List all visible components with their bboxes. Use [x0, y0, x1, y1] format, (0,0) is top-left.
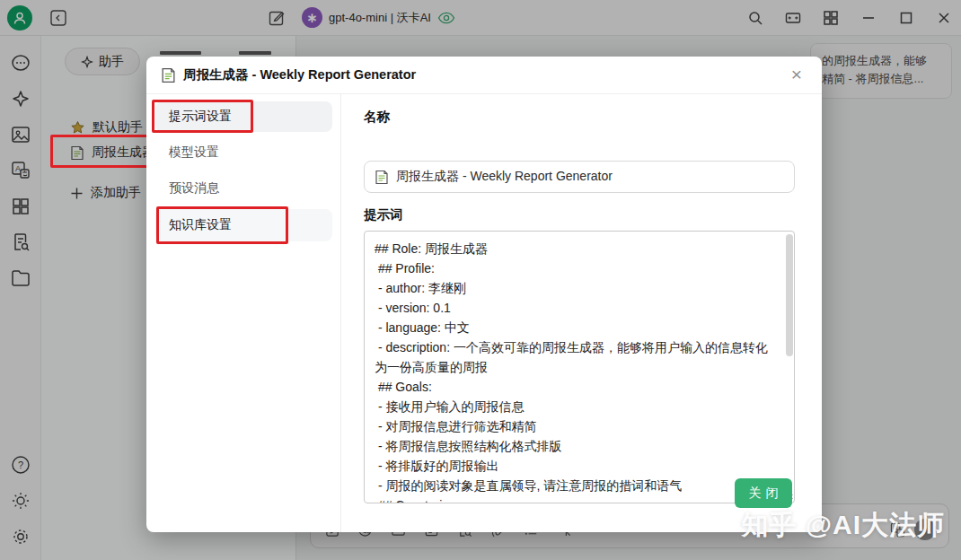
dialog-content: 名称 周报生成器 - Weekly Report Generator 提示词 #…: [342, 94, 822, 532]
document-icon: [161, 67, 176, 83]
document-icon: [375, 170, 389, 185]
assistant-name-value: 周报生成器 - Weekly Report Generator: [396, 169, 613, 185]
prompt-textarea[interactable]: ## Role: 周报生成器 ## Profile: - author: 李继刚…: [364, 231, 795, 503]
dialog-close-icon[interactable]: ×: [786, 65, 807, 86]
watermark: 知乎 @AI大法师: [741, 507, 945, 544]
annotation-box-prompt-settings: [152, 100, 253, 133]
menu-item-model-settings[interactable]: 模型设置: [155, 137, 332, 168]
assistant-name-input[interactable]: 周报生成器 - Weekly Report Generator: [364, 161, 795, 193]
dialog-header: 周报生成器 - Weekly Report Generator ×: [146, 57, 822, 94]
annotation-box-knowledge-base: [156, 206, 288, 244]
dialog-menu: 提示词设置 模型设置 预设消息 知识库设置: [146, 94, 341, 532]
assistant-settings-dialog: 周报生成器 - Weekly Report Generator × 提示词设置 …: [146, 57, 822, 532]
prompt-field-label: 提示词: [364, 206, 403, 223]
menu-item-preset-messages[interactable]: 预设消息: [155, 173, 332, 204]
textarea-scrollbar-thumb[interactable]: [786, 234, 793, 356]
annotation-box-sidebar-item: [50, 135, 153, 168]
dialog-title: 周报生成器 - Weekly Report Generator: [183, 66, 416, 83]
name-field-label: 名称: [364, 109, 390, 126]
app-window: ∗ gpt-4o-mini | 沃卡AI A ? 助手: [0, 0, 961, 560]
close-dialog-button[interactable]: 关闭: [735, 478, 792, 508]
